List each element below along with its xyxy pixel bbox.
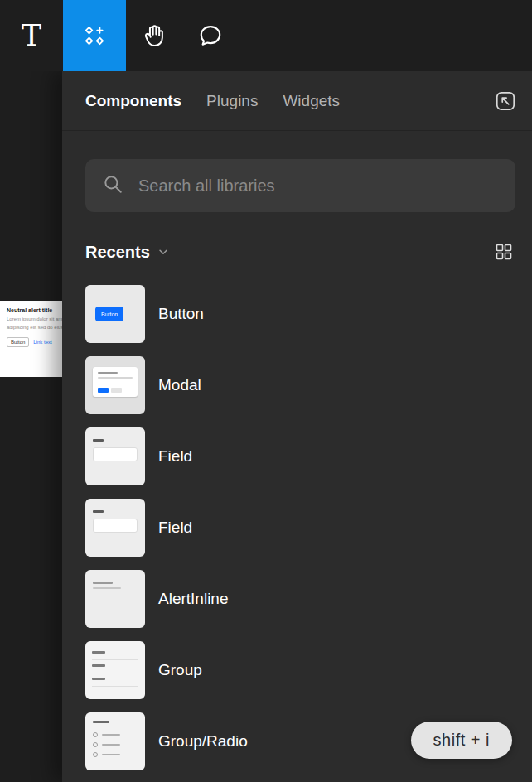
component-name: Group/Radio xyxy=(158,732,248,751)
component-list-item[interactable]: Modal xyxy=(85,356,515,414)
component-thumbnail[interactable] xyxy=(85,356,145,414)
alert-card-body: Lorem ipsum dolor sit amet consect adipi… xyxy=(7,316,62,331)
component-list-item[interactable]: Field xyxy=(85,427,515,485)
component-name: Group xyxy=(158,661,202,679)
decor xyxy=(102,754,120,755)
canvas-area[interactable]: Neutral alert title Lorem ipsum dolor si… xyxy=(0,71,62,782)
decor xyxy=(93,721,109,723)
resources-panel: Components Plugins Widgets Recents xyxy=(62,71,532,782)
component-name: AlertInline xyxy=(158,590,229,608)
decor xyxy=(92,686,138,687)
hand-icon xyxy=(141,22,167,49)
component-list: Button Button Modal Field Field AlertInl… xyxy=(85,285,515,770)
decor xyxy=(93,587,121,589)
component-thumbnail[interactable] xyxy=(85,499,145,557)
component-list-item[interactable]: Field xyxy=(85,499,515,557)
canvas-alert-card[interactable]: Neutral alert title Lorem ipsum dolor si… xyxy=(0,301,62,377)
component-list-item[interactable]: AlertInline xyxy=(85,570,515,628)
alert-card-title: Neutral alert title xyxy=(7,307,62,313)
decor xyxy=(92,673,138,673)
panel-tabs: Components Plugins Widgets xyxy=(62,71,532,131)
component-thumbnail[interactable] xyxy=(85,427,145,485)
component-thumbnail[interactable]: Button xyxy=(85,285,145,343)
alert-card-link: Link text xyxy=(33,340,51,345)
thumb-button-preview: Button xyxy=(95,307,123,321)
top-toolbar: T xyxy=(0,0,532,71)
search-input[interactable] xyxy=(138,176,499,196)
recents-title: Recents xyxy=(85,243,150,262)
component-thumbnail[interactable] xyxy=(85,712,145,770)
component-thumbnail[interactable] xyxy=(85,570,145,628)
component-name: Field xyxy=(158,447,192,466)
grid-view-button[interactable] xyxy=(492,240,515,263)
alert-card-button: Button xyxy=(7,337,29,347)
component-thumbnail[interactable] xyxy=(85,641,145,699)
component-name: Modal xyxy=(158,376,201,394)
decor xyxy=(111,388,122,393)
tab-components[interactable]: Components xyxy=(85,92,181,110)
thumb-modal-preview xyxy=(93,367,138,397)
decor xyxy=(93,510,104,513)
component-name: Field xyxy=(158,519,192,537)
text-tool-button[interactable]: T xyxy=(0,0,63,71)
grid-view-icon xyxy=(494,242,514,262)
decor xyxy=(98,372,118,374)
comment-tool-button[interactable] xyxy=(182,0,239,71)
decor xyxy=(102,744,120,746)
decor xyxy=(93,582,113,584)
decor xyxy=(98,377,133,379)
decor xyxy=(102,734,120,736)
decor xyxy=(93,439,104,442)
decor xyxy=(93,447,138,461)
hand-tool-button[interactable] xyxy=(126,0,182,71)
component-list-item[interactable]: Group xyxy=(85,641,515,699)
component-name: Button xyxy=(158,305,204,323)
decor xyxy=(93,732,98,737)
alert-card-actions: Button Link text xyxy=(7,337,62,347)
shortcut-hint-badge: shift + i xyxy=(411,722,512,759)
text-icon: T xyxy=(22,21,41,51)
decor xyxy=(93,752,98,757)
recents-dropdown[interactable]: Recents xyxy=(85,243,169,262)
decor xyxy=(92,678,105,680)
chevron-down-icon xyxy=(157,246,169,258)
component-list-item[interactable]: Button Button xyxy=(85,285,515,343)
tab-widgets[interactable]: Widgets xyxy=(283,92,340,110)
decor xyxy=(92,651,105,654)
decor xyxy=(98,388,109,393)
decor xyxy=(92,659,138,660)
library-search[interactable] xyxy=(85,159,515,212)
decor xyxy=(93,519,138,533)
collapse-panel-button[interactable] xyxy=(492,88,519,114)
decor xyxy=(93,742,98,747)
decor xyxy=(92,664,105,667)
components-icon xyxy=(82,23,107,48)
recents-header: Recents xyxy=(85,240,515,263)
arrow-up-left-square-icon xyxy=(494,89,517,113)
resources-tool-button[interactable] xyxy=(63,0,126,71)
search-icon xyxy=(102,173,123,198)
comment-icon xyxy=(197,22,224,49)
tab-plugins[interactable]: Plugins xyxy=(206,92,258,110)
